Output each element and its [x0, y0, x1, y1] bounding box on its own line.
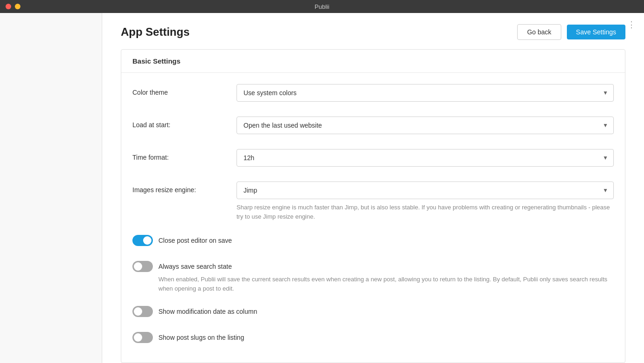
close-post-editor-toggle-item: Close post editor on save	[132, 235, 614, 246]
load-at-start-control: Open the last used website Open website …	[237, 117, 614, 134]
load-at-start-label: Load at start:	[132, 117, 225, 129]
always-save-search-toggle[interactable]	[132, 261, 153, 272]
time-format-label: Time format:	[132, 149, 225, 161]
go-back-button[interactable]: Go back	[517, 24, 561, 40]
time-format-row: Time format: 12h 24h ▼	[121, 142, 625, 174]
window-controls	[6, 4, 20, 9]
page-header: App Settings Go back Save Settings	[102, 13, 644, 49]
show-modification-date-label: Show modification date as column	[158, 308, 257, 315]
toggle-slider	[132, 235, 153, 246]
time-format-control: 12h 24h ▼	[237, 149, 614, 167]
time-format-select[interactable]: 12h 24h	[237, 149, 614, 167]
close-post-editor-label: Close post editor on save	[158, 237, 232, 244]
basic-settings-section: Basic Settings Color theme Use system co…	[121, 49, 625, 363]
always-save-search-label: Always save search state	[158, 263, 232, 270]
time-format-select-wrapper: 12h 24h ▼	[237, 149, 614, 167]
show-post-slugs-row: Show post slugs on the listing	[121, 325, 625, 351]
load-at-start-row: Load at start: Open the last used websit…	[121, 109, 625, 142]
header-actions: Go back Save Settings	[517, 24, 625, 40]
images-resize-hint: Sharp resize engine is much faster than …	[237, 203, 614, 221]
images-resize-label: Images resize engine:	[132, 182, 225, 194]
show-modification-date-row: Show modification date as column	[121, 299, 625, 325]
images-resize-select-wrapper: Jimp Sharp ▼	[237, 182, 614, 199]
always-save-search-toggle-item: Always save search state	[132, 261, 614, 272]
toggle-slider	[132, 306, 153, 317]
images-resize-select[interactable]: Jimp Sharp	[237, 182, 614, 199]
toggle-slider	[132, 332, 153, 343]
sidebar	[0, 13, 102, 363]
load-at-start-select-wrapper: Open the last used website Open website …	[237, 117, 614, 134]
images-resize-control: Jimp Sharp ▼ Sharp resize engine is much…	[237, 182, 614, 221]
show-post-slugs-toggle-item: Show post slugs on the listing	[132, 332, 614, 343]
settings-content: Basic Settings Color theme Use system co…	[102, 49, 644, 363]
section-title: Basic Settings	[121, 50, 625, 73]
app-container: ⋮ App Settings Go back Save Settings Bas…	[0, 13, 644, 363]
always-save-search-row: Always save search state When enabled, P…	[121, 254, 625, 299]
show-modification-date-toggle[interactable]	[132, 306, 153, 317]
main-content: ⋮ App Settings Go back Save Settings Bas…	[102, 13, 644, 363]
save-settings-button[interactable]: Save Settings	[567, 25, 625, 39]
minimize-button[interactable]	[15, 4, 20, 9]
always-save-search-hint: When enabled, Publii will save the curre…	[158, 275, 614, 293]
app-title: Publii	[315, 3, 329, 10]
more-menu-button[interactable]: ⋮	[627, 19, 637, 30]
close-post-editor-row: Close post editor on save	[121, 228, 625, 254]
color-theme-select[interactable]: Use system colors Light Dark	[237, 84, 614, 102]
page-title: App Settings	[121, 26, 190, 39]
color-theme-select-wrapper: Use system colors Light Dark ▼	[237, 84, 614, 102]
close-post-editor-toggle[interactable]	[132, 235, 153, 246]
images-resize-row: Images resize engine: Jimp Sharp ▼ Sharp…	[121, 174, 625, 228]
close-button[interactable]	[6, 4, 11, 9]
toggle-slider	[132, 261, 153, 272]
show-post-slugs-toggle[interactable]	[132, 332, 153, 343]
titlebar: Publii	[0, 0, 644, 13]
show-post-slugs-label: Show post slugs on the listing	[158, 334, 244, 341]
color-theme-label: Color theme	[132, 84, 225, 96]
load-at-start-select[interactable]: Open the last used website Open website …	[237, 117, 614, 134]
color-theme-row: Color theme Use system colors Light Dark…	[121, 77, 625, 109]
color-theme-control: Use system colors Light Dark ▼	[237, 84, 614, 102]
show-modification-date-toggle-item: Show modification date as column	[132, 306, 614, 317]
